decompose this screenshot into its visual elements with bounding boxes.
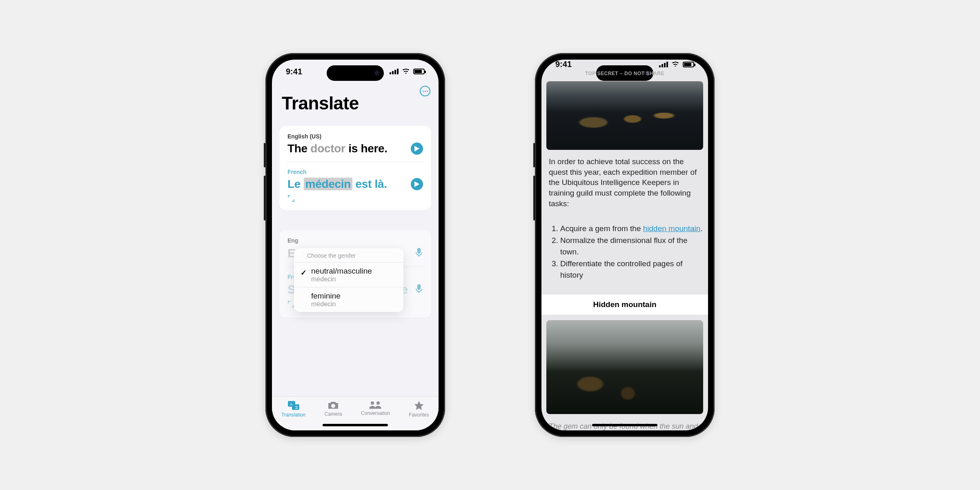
svg-point-11 bbox=[371, 401, 374, 405]
source-language-label: English (US) bbox=[287, 133, 423, 140]
target-language-label: French bbox=[287, 169, 423, 175]
status-bar: 9:41 bbox=[541, 60, 708, 69]
conversation-tab-icon bbox=[369, 401, 382, 409]
tab-translation[interactable]: A文 Translation bbox=[281, 401, 305, 418]
cellular-icon bbox=[390, 69, 399, 74]
play-target-button[interactable] bbox=[411, 178, 423, 190]
play-icon bbox=[414, 146, 419, 151]
svg-point-10 bbox=[331, 404, 335, 408]
phone-mockup-translate: 9:41 Translate English (US) The doctor i… bbox=[265, 53, 445, 437]
source-highlighted-word[interactable]: doctor bbox=[310, 142, 345, 155]
home-indicator[interactable] bbox=[592, 424, 657, 426]
lookup-title-bar[interactable]: Hidden mountain bbox=[541, 294, 708, 315]
svg-text:A: A bbox=[290, 402, 292, 406]
mic-icon bbox=[415, 247, 423, 257]
play-icon bbox=[414, 181, 419, 187]
tab-conversation[interactable]: Conversation bbox=[361, 401, 390, 416]
task-item[interactable]: Acquire a gem from the hidden mountain. bbox=[560, 223, 703, 235]
translation-card-result: English (US) The doctor is here. French … bbox=[279, 126, 431, 210]
dynamic-island bbox=[327, 65, 384, 81]
tab-label: Translation bbox=[281, 412, 305, 418]
svg-point-12 bbox=[376, 401, 380, 405]
gender-option-feminine[interactable]: feminine médecin bbox=[294, 287, 403, 312]
more-options-button[interactable] bbox=[420, 86, 430, 96]
wifi-icon bbox=[402, 69, 410, 74]
battery-icon bbox=[683, 62, 694, 67]
mic-icon bbox=[415, 284, 423, 294]
status-bar: 9:41 bbox=[272, 60, 439, 83]
tab-label: Conversation bbox=[361, 410, 390, 416]
svg-rect-0 bbox=[417, 248, 421, 254]
page-title: Translate bbox=[282, 93, 431, 114]
checkmark-icon: ✓ bbox=[301, 268, 307, 277]
gender-picker-title: Choose the gender bbox=[294, 248, 403, 262]
favorites-tab-icon bbox=[414, 401, 424, 410]
expand-icon[interactable] bbox=[287, 195, 295, 204]
task-item[interactable]: Normalize the dimensional flux of the to… bbox=[560, 235, 703, 258]
gender-option-neutral[interactable]: ✓ neutral/masculine médecin bbox=[294, 262, 403, 287]
lookup-image-misty-mountain[interactable] bbox=[546, 320, 703, 414]
svg-rect-2 bbox=[417, 284, 421, 290]
svg-text:文: 文 bbox=[295, 405, 298, 410]
gender-picker-popup: Choose the gender ✓ neutral/masculine mé… bbox=[294, 248, 403, 312]
tab-label: Favorites bbox=[409, 412, 429, 418]
home-indicator[interactable] bbox=[323, 424, 388, 426]
play-source-button[interactable] bbox=[411, 143, 423, 155]
cellular-icon bbox=[659, 62, 668, 67]
status-time: 9:41 bbox=[555, 60, 572, 69]
hidden-mountain-link[interactable]: hidden mountain bbox=[643, 224, 701, 233]
tab-label: Camera bbox=[325, 411, 342, 417]
confidential-banner: TOP SECRET – DO NOT SHARE bbox=[546, 71, 703, 76]
hero-image-night-town[interactable] bbox=[546, 81, 703, 150]
mic-target-button[interactable] bbox=[415, 284, 423, 295]
status-time: 9:41 bbox=[286, 67, 302, 76]
tab-camera[interactable]: Camera bbox=[325, 401, 342, 417]
input-source-language-label: Eng bbox=[287, 237, 423, 244]
target-highlighted-word[interactable]: médecin bbox=[304, 178, 353, 190]
source-phrase[interactable]: The doctor is here. bbox=[287, 142, 388, 155]
phone-mockup-notes: 9:41 TOP SECRET – DO NOT SHARE In order … bbox=[535, 53, 715, 437]
mic-source-button[interactable] bbox=[415, 247, 423, 259]
task-list[interactable]: Acquire a gem from the hidden mountain. … bbox=[546, 223, 703, 281]
translation-tab-icon: A文 bbox=[287, 401, 300, 410]
camera-tab-icon bbox=[327, 401, 339, 410]
wifi-icon bbox=[671, 62, 679, 67]
status-indicators bbox=[659, 62, 694, 67]
intro-paragraph[interactable]: In order to achieve total success on the… bbox=[546, 155, 703, 210]
tab-favorites[interactable]: Favorites bbox=[409, 401, 429, 418]
target-phrase[interactable]: Le médecin est là. bbox=[287, 178, 387, 191]
status-indicators bbox=[390, 69, 425, 74]
result-tool-row bbox=[287, 195, 423, 204]
battery-icon bbox=[413, 69, 425, 74]
card-divider bbox=[286, 162, 425, 162]
task-item[interactable]: Differentiate the controlled pages of hi… bbox=[560, 258, 703, 281]
